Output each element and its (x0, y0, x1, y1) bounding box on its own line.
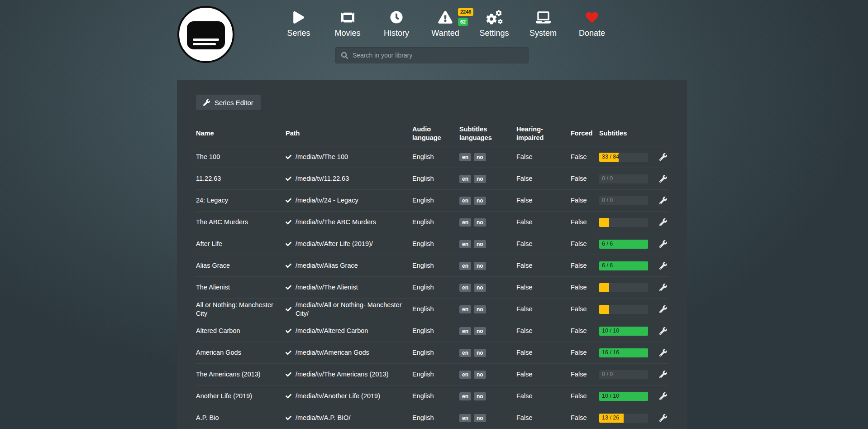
edit-series-wrench-button[interactable] (659, 349, 667, 357)
hearing-impaired-value: False (516, 196, 571, 204)
logo-subtitle-screen-icon (187, 21, 225, 49)
subtitle-language-badges: enno (459, 218, 516, 227)
language-badge: en (459, 240, 471, 248)
forced-value: False (571, 283, 599, 291)
gears-icon (470, 10, 519, 24)
language-badge: no (474, 153, 486, 161)
header-subtitles-languages: Subtitles languages (459, 125, 516, 141)
search-input[interactable] (353, 52, 523, 59)
series-path: /media/tv/The ABC Murders (296, 218, 376, 226)
edit-series-wrench-button[interactable] (659, 305, 667, 313)
edit-series-wrench-button[interactable] (659, 327, 667, 335)
subtitle-language-badges: enno (459, 262, 516, 270)
series-path: /media/tv/The Alienist (296, 283, 358, 291)
heart-icon (568, 10, 616, 24)
audio-language: English (412, 218, 459, 226)
hearing-impaired-value: False (516, 240, 571, 248)
language-badge: no (474, 371, 486, 379)
series-path: /media/tv/All or Nothing- Manchester Cit… (296, 301, 406, 317)
language-badge: en (459, 284, 471, 292)
hearing-impaired-value: False (516, 174, 571, 183)
edit-series-wrench-button[interactable] (659, 284, 667, 291)
audio-language: English (412, 414, 459, 422)
nav-label: Donate (568, 29, 616, 38)
series-name: The ABC Murders (196, 218, 286, 226)
series-name: The Alienist (196, 283, 286, 291)
series-editor-button[interactable]: Series Editor (196, 95, 261, 110)
edit-series-wrench-button[interactable] (659, 392, 667, 400)
subtitles-progress: 13 / 26 (599, 414, 648, 423)
series-path: /media/tv/A.P. BIO/ (296, 414, 350, 422)
forced-value: False (571, 196, 599, 204)
header-forced: Forced (571, 129, 599, 137)
table-row: Altered Carbon /media/tv/Altered Carbon … (196, 320, 668, 342)
nav-label: Movies (323, 29, 372, 38)
language-badge: no (474, 218, 486, 227)
nav-item-movies[interactable]: Movies (323, 10, 372, 38)
hearing-impaired-value: False (516, 414, 571, 422)
edit-series-wrench-button[interactable] (659, 262, 667, 270)
language-badge: en (459, 153, 471, 161)
nav-item-settings[interactable]: Settings (470, 10, 519, 38)
hearing-impaired-value: False (516, 370, 571, 378)
forced-value: False (571, 392, 599, 400)
forced-value: False (571, 240, 599, 248)
subtitles-progress-label: 6 / 6 (602, 262, 613, 270)
language-badge: en (459, 414, 471, 422)
edit-series-wrench-button[interactable] (659, 175, 667, 183)
subtitles-progress: 33 / 84 (599, 153, 648, 162)
check-icon (286, 263, 291, 269)
nav-item-series[interactable]: Series (274, 10, 323, 38)
subtitles-progress-label: 16 / 16 (602, 349, 619, 357)
subtitles-progress: 6 / 6 (599, 261, 648, 270)
table-row: Alias Grace /media/tv/Alias Grace Englis… (196, 255, 668, 277)
forced-value: False (571, 174, 599, 183)
hearing-impaired-value: False (516, 153, 571, 161)
check-icon (286, 176, 291, 182)
hearing-impaired-value: False (516, 283, 571, 291)
nav-item-system[interactable]: System (519, 10, 568, 38)
header-audio-language: Audio language (412, 125, 459, 141)
film-icon (323, 10, 372, 24)
forced-value: False (571, 305, 599, 313)
edit-series-wrench-button[interactable] (659, 197, 667, 204)
subtitle-language-badges: enno (459, 175, 516, 183)
subtitles-progress-label: 10 / 10 (602, 393, 619, 400)
forced-value: False (571, 218, 599, 226)
edit-series-wrench-button[interactable] (659, 218, 667, 226)
subtitles-progress (599, 218, 648, 227)
series-name: After Life (196, 240, 286, 248)
subtitle-language-badges: enno (459, 371, 516, 379)
edit-series-wrench-button[interactable] (659, 153, 667, 161)
edit-series-wrench-button[interactable] (659, 414, 667, 422)
series-name: All or Nothing: Manchester City (196, 301, 286, 317)
audio-language: English (412, 348, 459, 357)
audio-language: English (412, 327, 459, 335)
nav-item-wanted[interactable]: 2246 62 Wanted (421, 10, 470, 38)
subtitle-language-badges: enno (459, 349, 516, 357)
edit-series-wrench-button[interactable] (659, 371, 667, 378)
nav-item-donate[interactable]: Donate (568, 10, 616, 38)
header-subtitles: Subtitles (599, 129, 656, 137)
table-header-row: Name Path Audio language Subtitles langu… (196, 121, 668, 146)
subtitles-progress-label: 10 / 10 (602, 328, 619, 335)
header-path: Path (286, 129, 412, 137)
language-badge: en (459, 218, 471, 227)
header-name: Name (196, 129, 286, 137)
subtitles-progress: 0 / 0 (599, 370, 648, 379)
language-badge: no (474, 327, 486, 335)
language-badge: no (474, 392, 486, 400)
audio-language: English (412, 261, 459, 270)
subtitle-language-badges: enno (459, 240, 516, 248)
play-icon (274, 10, 323, 24)
audio-language: English (412, 240, 459, 248)
subtitle-language-badges: enno (459, 153, 516, 161)
nav-item-history[interactable]: History (372, 10, 421, 38)
edit-series-wrench-button[interactable] (659, 240, 667, 248)
subtitles-progress-fill (599, 283, 609, 292)
series-path: /media/tv/Another Life (2019) (296, 392, 380, 400)
app-logo[interactable] (177, 6, 234, 63)
check-icon (286, 198, 291, 203)
audio-language: English (412, 305, 459, 313)
table-row: The ABC Murders /media/tv/The ABC Murder… (196, 212, 668, 233)
